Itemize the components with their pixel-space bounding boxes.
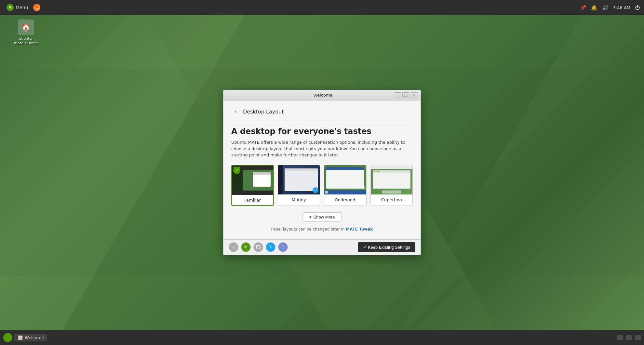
show-more-label: Show More [314,215,335,219]
maximize-button[interactable]: □ [402,92,409,98]
redmond-panel-bottom [324,190,366,194]
page-title: A desktop for everyone's tastes [231,127,413,136]
ubuntu-mate-footer-icon[interactable]: M [241,242,251,252]
cupertino-panel-top [371,165,413,169]
welcome-tab-icon: 🪟 [18,335,23,340]
pin-icon: 📌 [580,5,586,11]
taskbar-left: M Menu 🦊 [4,3,40,12]
dialog-title: Welcome [252,93,394,98]
layout-cupertino[interactable]: Cupertino [370,165,413,206]
layout-redmond-name: Redmond [324,194,366,205]
back-footer-icon[interactable]: ◁ [229,242,238,252]
footer-note: Panel layouts can be changed later in MA… [231,227,413,233]
close-button[interactable]: ✕ [411,92,418,98]
dialog-nav: ‹ Desktop Layout [231,107,413,120]
page-description: Ubuntu MATE offers a wide range of custo… [231,139,413,158]
layout-grid: ✓ Familiar U [231,165,413,206]
cupertino-window-bar [373,170,411,173]
layout-mutiny[interactable]: U Mutiny [278,165,320,206]
layout-cupertino-name: Cupertino [371,194,413,205]
mate-circle-icon [3,333,12,342]
workspace-2[interactable] [626,335,632,340]
twitter-footer-icon[interactable]: 𝕏 [266,242,275,252]
traffic-green [378,171,379,172]
layout-redmond[interactable]: ⊞ Redmond [324,165,367,206]
windows-icon [325,191,328,193]
chevron-down-icon: ▾ [309,215,312,219]
start-icon[interactable] [3,332,13,343]
github-footer-icon[interactable] [253,242,263,252]
power-icon: ⏻ [635,5,640,11]
show-desktop-button[interactable] [635,335,641,340]
discord-footer-icon[interactable]: D [278,242,288,252]
mutiny-window-bar [285,168,318,171]
dialog-footer: ◁ M 𝕏 D ✓ Keep Existing Settings [223,239,421,255]
layout-cupertino-preview [371,165,413,194]
show-more-button[interactable]: ▾ Show More [302,212,342,222]
layout-mutiny-name: Mutiny [278,194,320,205]
layout-mutiny-preview: U [278,165,320,194]
taskbar-bottom-right [617,335,641,340]
mutiny-panel-left [278,165,283,194]
desktop: M Menu 🦊 📌 🔔 🔊 7:46 AM ⏻ 🏠 ubuntu-mate's… [0,0,644,345]
redmond-window-bar [326,167,364,170]
mate-tweak-link[interactable]: MATE Tweak [346,227,373,232]
firefox-icon[interactable]: 🦊 [33,4,40,11]
footer-note-text: Panel layouts can be changed later in [271,227,345,232]
mutiny-badge: U [313,187,318,193]
mutiny-window [285,168,318,191]
notification-icon: 🔔 [591,5,597,11]
layout-familiar-name: Familiar [232,195,273,205]
taskbar-bottom: 🪟 Welcome [0,330,644,345]
cupertino-dock [382,191,401,193]
familiar-panel-bottom [232,191,273,195]
redmond-window [326,167,364,189]
cupertino-bg [371,165,413,194]
welcome-taskbar-tab[interactable]: 🪟 Welcome [14,334,47,341]
redmond-bg [324,165,366,194]
cupertino-window [373,170,411,189]
workspace-1[interactable] [617,335,623,340]
familiar-window-bar [253,172,271,175]
welcome-tab-label: Welcome [25,335,44,340]
layout-familiar-preview: ✓ [232,166,273,195]
menu-button[interactable]: M Menu [4,3,31,12]
back-button[interactable]: ‹ [231,107,240,116]
nav-title: Desktop Layout [243,109,284,115]
menu-label: Menu [16,5,28,10]
show-more-area: ▾ Show More [231,212,413,222]
taskbar-top: M Menu 🦊 📌 🔔 🔊 7:46 AM ⏻ [0,0,644,15]
welcome-dialog: Welcome − □ ✕ ‹ Desktop Layout A desktop… [223,90,421,255]
layout-familiar[interactable]: ✓ Familiar [231,165,274,206]
keep-settings-button[interactable]: ✓ Keep Existing Settings [358,242,415,252]
dialog-overlay: Welcome − □ ✕ ‹ Desktop Layout A desktop… [0,15,644,330]
dialog-controls: − □ ✕ [394,92,418,98]
volume-icon: 🔊 [602,5,609,11]
familiar-window [253,172,271,187]
layout-redmond-preview: ⊞ [324,165,366,194]
dialog-titlebar: Welcome − □ ✕ [223,90,421,100]
redmond-win-logo: ⊞ [361,185,365,190]
traffic-yellow [376,171,377,172]
minimize-button[interactable]: − [394,92,401,98]
selected-check-icon: ✓ [233,167,240,174]
clock: 7:46 AM [613,5,630,10]
dialog-content: ‹ Desktop Layout A desktop for everyone'… [223,100,421,239]
mate-logo-icon: M [7,4,14,11]
taskbar-right: 📌 🔔 🔊 7:46 AM ⏻ [580,5,640,11]
traffic-red [374,171,375,172]
